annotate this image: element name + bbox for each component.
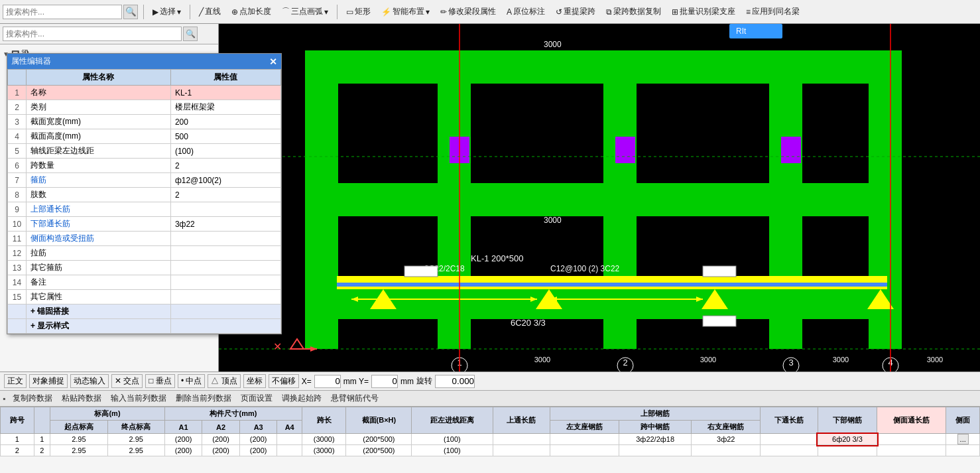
td-row-num[interactable]: 1 bbox=[1, 434, 34, 445]
tool-annotate[interactable]: A 原位标注 bbox=[503, 5, 548, 19]
prop-section-expand[interactable]: + 锚固搭接 bbox=[27, 304, 171, 319]
td-end-elev[interactable]: 2.95 bbox=[107, 445, 164, 456]
tool-rect[interactable]: ▭ 矩形 bbox=[343, 5, 374, 19]
td-a4[interactable] bbox=[277, 445, 302, 456]
td-span-len[interactable]: (3000) bbox=[302, 445, 346, 456]
status-zhengwen[interactable]: 正文 bbox=[4, 374, 27, 388]
th-elevation: 标高(m) bbox=[50, 407, 165, 421]
tool-re-span[interactable]: ↺ 重提梁跨 bbox=[552, 5, 599, 19]
prop-section-expand[interactable]: + 显示样式 bbox=[27, 319, 171, 334]
td-side-extra[interactable] bbox=[946, 445, 980, 456]
x-input[interactable] bbox=[314, 375, 341, 388]
tool-copy-span[interactable]: ⧉ 梁跨数据复制 bbox=[603, 5, 664, 19]
status-object-snap[interactable]: 对象捕捉 bbox=[29, 374, 68, 388]
prop-row-name: 跨数量 bbox=[27, 159, 171, 173]
data-table-row[interactable]: 222.952.95(200)(200)(200)(3000)(200*500)… bbox=[1, 445, 980, 456]
y-input[interactable] bbox=[371, 375, 398, 388]
th-right-support: 右支座钢筋 bbox=[692, 421, 761, 434]
td-mid-rebar[interactable]: 3ф22/2ф18 bbox=[619, 434, 692, 445]
status-midpoint[interactable]: • 中点 bbox=[178, 374, 206, 388]
prop-row-value[interactable] bbox=[170, 232, 280, 246]
td-span-id[interactable]: 2 bbox=[34, 445, 50, 456]
tool-apply-same[interactable]: ≡ 应用到同名梁 bbox=[743, 5, 803, 19]
tool-select[interactable]: ▶ 选择 ▾ bbox=[149, 5, 184, 19]
ellipsis-btn[interactable]: ... bbox=[957, 434, 969, 444]
td-right-support[interactable] bbox=[692, 445, 761, 456]
td-a3[interactable]: (200) bbox=[239, 445, 277, 456]
status-no-offset[interactable]: 不偏移 bbox=[269, 374, 299, 388]
th-upper-rebar: 上部钢筋 bbox=[550, 407, 761, 421]
th-start-elev: 起点标高 bbox=[50, 421, 107, 434]
btn-delete-col[interactable]: 删除当前列数据 bbox=[174, 392, 233, 405]
td-lower-rebar[interactable] bbox=[818, 445, 877, 456]
svg-text:3000: 3000 bbox=[700, 356, 716, 364]
th-span-id bbox=[34, 407, 50, 434]
td-a2[interactable]: (200) bbox=[202, 445, 240, 456]
tool-modify-seg[interactable]: ✏ 修改梁段属性 bbox=[437, 5, 499, 19]
td-dist[interactable]: (100) bbox=[412, 445, 493, 456]
td-left-support[interactable] bbox=[550, 434, 619, 445]
td-upper-cont[interactable] bbox=[493, 445, 550, 456]
canvas-area[interactable]: KL-1 200*500 3C22/2C18 C12@100 (2) 3C22 … bbox=[219, 24, 980, 372]
dialog-close-button[interactable]: ✕ bbox=[269, 56, 277, 67]
status-perpendicular[interactable]: □ 垂点 bbox=[145, 374, 175, 388]
prop-row-value[interactable]: 3ф22 bbox=[170, 217, 280, 232]
td-section[interactable]: (200*500) bbox=[346, 434, 412, 445]
td-span-len[interactable]: (3000) bbox=[302, 434, 346, 445]
th-a3: A3 bbox=[239, 421, 277, 434]
td-lower-cont[interactable] bbox=[761, 445, 818, 456]
tool-point-length[interactable]: ⊕ 点加长度 bbox=[228, 5, 275, 19]
td-a1[interactable]: (200) bbox=[164, 445, 202, 456]
td-side-cont[interactable] bbox=[877, 445, 946, 456]
td-span-id[interactable]: 1 bbox=[34, 434, 50, 445]
td-upper-cont[interactable] bbox=[493, 434, 550, 445]
prop-row-value[interactable] bbox=[170, 202, 280, 217]
td-right-support[interactable]: 3ф22 bbox=[692, 434, 761, 445]
prop-row-value bbox=[170, 275, 280, 290]
prop-row-name: 截面高度(mm) bbox=[27, 129, 171, 144]
td-lower-rebar[interactable]: 6ф20 3/3 bbox=[818, 434, 877, 445]
td-side-cont[interactable] bbox=[877, 434, 946, 445]
td-side-extra[interactable]: ... bbox=[946, 434, 980, 445]
data-table-panel: ▪ 复制跨数据 粘贴跨数据 输入当前列数据 删除当前列数据 页面设置 调换起始跨… bbox=[0, 390, 980, 473]
status-coord[interactable]: 坐标 bbox=[243, 374, 266, 388]
td-a4[interactable] bbox=[277, 434, 302, 445]
main-canvas-svg[interactable]: KL-1 200*500 3C22/2C18 C12@100 (2) 3C22 … bbox=[219, 24, 980, 372]
tool-smart[interactable]: ⚡ 智能布置 ▾ bbox=[378, 5, 433, 19]
td-a1[interactable]: (200) bbox=[164, 434, 202, 445]
td-end-elev[interactable]: 2.95 bbox=[107, 434, 164, 445]
td-lower-cont[interactable] bbox=[761, 434, 818, 445]
td-row-num[interactable]: 2 bbox=[1, 445, 34, 456]
btn-paste-span[interactable]: 粘贴跨数据 bbox=[60, 392, 103, 405]
td-mid-rebar[interactable] bbox=[619, 445, 692, 456]
search-input[interactable] bbox=[3, 5, 122, 19]
prop-row-value[interactable]: ф12@100(2) bbox=[170, 173, 280, 188]
td-start-elev[interactable]: 2.95 bbox=[50, 445, 107, 456]
td-a2[interactable]: (200) bbox=[202, 434, 240, 445]
td-section[interactable]: (200*500) bbox=[346, 445, 412, 456]
status-vertex[interactable]: △ 顶点 bbox=[208, 374, 240, 388]
td-dist[interactable]: (100) bbox=[412, 434, 493, 445]
status-intersection[interactable]: ✕ 交点 bbox=[111, 374, 143, 388]
tool-line[interactable]: ╱ 直线 bbox=[196, 5, 224, 19]
data-table-row[interactable]: 112.952.95(200)(200)(200)(3000)(200*500)… bbox=[1, 434, 980, 445]
dialog-titlebar: 属性编辑器 ✕ bbox=[7, 54, 281, 69]
tool-batch-id[interactable]: ⊞ 批量识别梁支座 bbox=[668, 5, 739, 19]
svg-rect-5 bbox=[438, 50, 471, 349]
btn-rebar-code[interactable]: 悬臂钢筋代号 bbox=[329, 392, 381, 405]
td-start-elev[interactable]: 2.95 bbox=[50, 434, 107, 445]
btn-input-col[interactable]: 输入当前列数据 bbox=[109, 392, 168, 405]
btn-copy-span[interactable]: 复制跨数据 bbox=[11, 392, 54, 405]
btn-page-setting[interactable]: 页面设置 bbox=[239, 392, 275, 405]
status-dynamic-input[interactable]: 动态输入 bbox=[70, 374, 109, 388]
td-a3[interactable]: (200) bbox=[239, 434, 277, 445]
td-left-support[interactable] bbox=[550, 445, 619, 456]
rotate-input[interactable] bbox=[435, 375, 475, 388]
component-search-button[interactable]: 🔍 bbox=[183, 27, 198, 41]
th-span-num: 跨号 bbox=[1, 407, 34, 434]
component-search-input[interactable] bbox=[3, 27, 182, 41]
tool-arc[interactable]: ⌒ 三点画弧 ▾ bbox=[278, 5, 332, 19]
btn-swap-span[interactable]: 调换起始跨 bbox=[280, 392, 324, 405]
svg-rect-13 bbox=[337, 283, 887, 287]
search-button[interactable]: 🔍 bbox=[123, 5, 138, 19]
